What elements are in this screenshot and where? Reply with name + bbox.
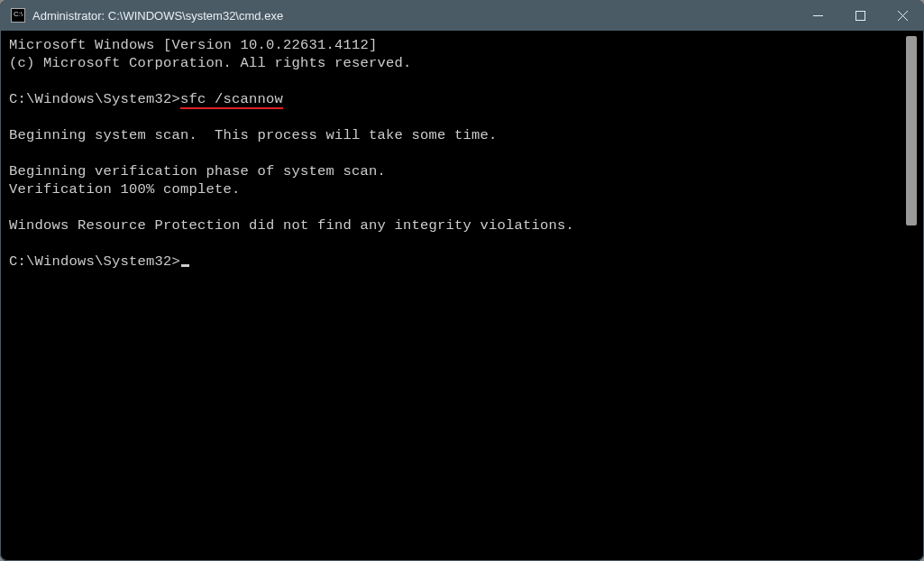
maximize-button[interactable]	[839, 0, 882, 31]
verification-complete-line: Verification 100% complete.	[9, 181, 241, 198]
close-icon	[898, 11, 908, 21]
terminal-output: Microsoft Windows [Version 10.0.22631.41…	[9, 36, 915, 271]
minimize-icon	[813, 11, 823, 21]
titlebar[interactable]: C:\ Administrator: C:\WINDOWS\system32\c…	[0, 0, 924, 31]
cursor	[181, 264, 189, 267]
result-line: Windows Resource Protection did not find…	[9, 217, 574, 234]
vertical-scrollbar[interactable]	[906, 36, 917, 225]
version-line: Microsoft Windows [Version 10.0.22631.41…	[9, 37, 378, 53]
prompt-1-path: C:\Windows\System32>	[9, 91, 180, 107]
terminal-area[interactable]: Microsoft Windows [Version 10.0.22631.41…	[5, 31, 919, 556]
maximize-icon	[855, 11, 865, 21]
scan-begin-line: Beginning system scan. This process will…	[9, 127, 498, 143]
copyright-line: (c) Microsoft Corporation. All rights re…	[9, 55, 412, 71]
svg-rect-1	[856, 11, 865, 20]
entered-command: sfc /scannow	[180, 91, 283, 109]
cmd-icon: C:\	[11, 8, 25, 23]
verification-begin-line: Beginning verification phase of system s…	[9, 163, 386, 179]
window-title: Administrator: C:\WINDOWS\system32\cmd.e…	[32, 9, 283, 23]
minimize-button[interactable]	[797, 0, 839, 31]
cmd-window: C:\ Administrator: C:\WINDOWS\system32\c…	[0, 0, 924, 561]
prompt-2-path: C:\Windows\System32>	[9, 253, 180, 270]
close-button[interactable]	[882, 0, 924, 31]
